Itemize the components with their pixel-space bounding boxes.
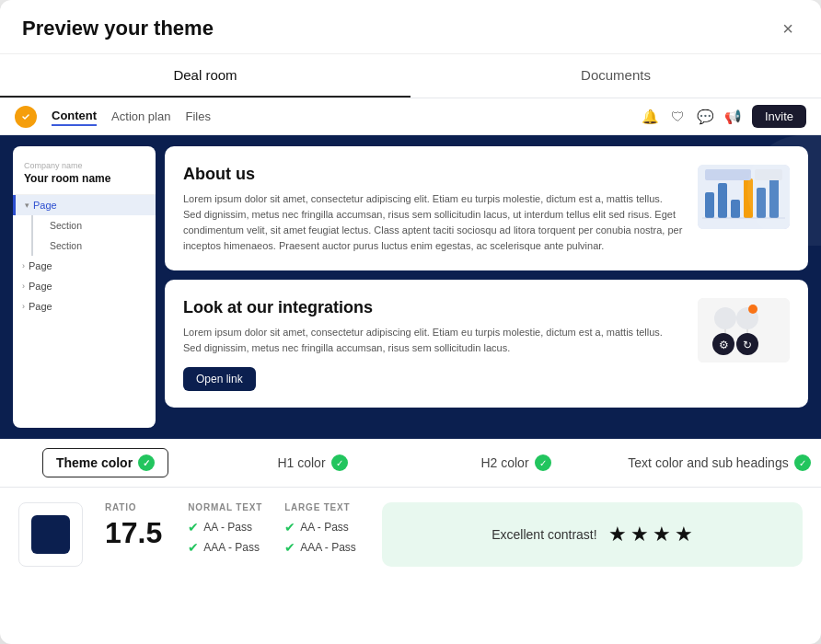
modal: Preview your theme × Deal room Documents… <box>0 0 821 644</box>
large-aaa-check: ✔ AAA - Pass <box>284 540 356 555</box>
megaphone-icon[interactable]: 📢 <box>724 108 743 126</box>
swatch-box <box>18 502 83 567</box>
check-icon-1: ✔ <box>188 520 199 535</box>
modal-header: Preview your theme × <box>0 0 821 54</box>
normal-aaa-check: ✔ AAA - Pass <box>188 540 262 555</box>
excellent-label: Excellent contrast! <box>491 527 596 542</box>
h1-color-tab[interactable]: H1 color ✓ <box>211 439 414 487</box>
about-us-card: About us Lorem ipsum dolor sit amet, con… <box>165 146 808 270</box>
ratio-label: RATIO <box>105 502 162 512</box>
close-button[interactable]: × <box>777 17 799 40</box>
svg-text:↻: ↻ <box>743 339 752 351</box>
h2-color-tab[interactable]: H2 color ✓ <box>414 439 618 487</box>
color-swatch <box>18 502 83 567</box>
star-3: ★ <box>653 523 671 546</box>
chevron-right-icon-2: › <box>22 282 25 291</box>
modal-title: Preview your theme <box>22 17 214 40</box>
company-section: Company name Your room name <box>13 155 156 195</box>
normal-text-checks: NORMAL TEXT ✔ AA - Pass ✔ AAA - Pass <box>188 502 262 567</box>
check-icon-3: ✔ <box>284 520 295 535</box>
text-checks: NORMAL TEXT ✔ AA - Pass ✔ AAA - Pass LAR… <box>188 502 356 567</box>
open-link-button[interactable]: Open link <box>183 367 256 391</box>
about-us-title: About us <box>183 165 683 184</box>
integrations-body: Lorem ipsum dolor sit amet, consectetur … <box>183 325 683 356</box>
h1-color-check-icon: ✓ <box>331 454 348 471</box>
inner-tab-content[interactable]: Content <box>52 107 97 126</box>
sidebar-item-page-2[interactable]: › Page <box>13 256 156 276</box>
invite-button[interactable]: Invite <box>752 105 806 128</box>
svg-point-14 <box>748 305 757 314</box>
ratio-block: RATIO 17.5 <box>105 502 162 567</box>
large-aa-check: ✔ AA - Pass <box>284 520 356 535</box>
chevron-down-icon: ▾ <box>25 201 29 210</box>
sidebar-panel: Company name Your room name ▾ Page Secti… <box>13 146 156 428</box>
normal-aa-check: ✔ AA - Pass <box>188 520 262 535</box>
svg-rect-8 <box>705 169 751 180</box>
sidebar-item-page-1[interactable]: ▾ Page <box>13 195 156 215</box>
inner-tab-action-plan[interactable]: Action plan <box>111 108 170 125</box>
integrations-text: Look at our integrations Lorem ipsum dol… <box>183 298 683 391</box>
bell-icon[interactable]: 🔔 <box>642 108 660 126</box>
shield-icon[interactable]: 🛡 <box>669 108 688 126</box>
about-us-text: About us Lorem ipsum dolor sit amet, con… <box>183 165 683 254</box>
chevron-right-icon-3: › <box>22 302 25 311</box>
inner-nav-actions: 🔔 🛡 💬 📢 Invite <box>642 105 806 128</box>
chevron-right-icon: › <box>22 261 25 270</box>
chat-icon[interactable]: 💬 <box>697 108 715 126</box>
text-color-check-icon: ✓ <box>794 454 811 471</box>
integrations-card: Look at our integrations Lorem ipsum dol… <box>165 280 808 408</box>
svg-point-12 <box>714 307 736 329</box>
star-1: ★ <box>608 523 627 546</box>
tab-deal-room[interactable]: Deal room <box>0 54 410 98</box>
integrations-image: ⚙ ↻ <box>698 298 790 362</box>
theme-color-row: Theme color ✓ H1 color ✓ H2 color ✓ Text… <box>0 439 821 488</box>
tab-documents[interactable]: Documents <box>410 54 821 98</box>
h2-color-check-icon: ✓ <box>535 454 551 471</box>
inner-nav: Content Action plan Files 🔔 🛡 💬 📢 Invite <box>0 98 821 135</box>
preview-area: Content Action plan Files 🔔 🛡 💬 📢 Invite… <box>0 98 821 439</box>
svg-text:⚙: ⚙ <box>719 339 729 351</box>
about-us-body: Lorem ipsum dolor sit amet, consectetur … <box>183 191 683 254</box>
star-2: ★ <box>630 523 649 546</box>
svg-rect-2 <box>705 192 714 218</box>
sidebar-item-page-4[interactable]: › Page <box>13 296 156 316</box>
theme-color-check-icon: ✓ <box>138 454 155 471</box>
text-color-tab[interactable]: Text color and sub headings ✓ <box>618 439 821 487</box>
star-4: ★ <box>675 523 693 546</box>
sidebar-item-page-3[interactable]: › Page <box>13 276 156 296</box>
large-text-checks: LARGE TEXT ✔ AA - Pass ✔ AAA - Pass <box>284 502 356 567</box>
company-label: Company name <box>24 161 145 170</box>
svg-rect-3 <box>718 183 727 218</box>
sidebar-item-section-1: Section <box>33 215 156 236</box>
stars: ★ ★ ★ ★ <box>608 523 693 546</box>
theme-color-tab[interactable]: Theme color ✓ <box>42 448 168 477</box>
logo-icon <box>15 106 37 128</box>
contrast-section: RATIO 17.5 NORMAL TEXT ✔ AA - Pass ✔ AAA… <box>0 488 821 581</box>
swatch-color <box>31 515 70 554</box>
room-name: Your room name <box>24 172 145 185</box>
top-tab-bar: Deal room Documents <box>0 54 821 98</box>
large-text-label: LARGE TEXT <box>284 502 356 512</box>
preview-content: Company name Your room name ▾ Page Secti… <box>0 135 821 439</box>
check-icon-4: ✔ <box>284 540 295 555</box>
sidebar-item-section-2: Section <box>33 236 156 256</box>
integrations-title: Look at our integrations <box>183 298 683 317</box>
svg-rect-4 <box>731 200 740 218</box>
ratio-value: 17.5 <box>105 516 162 550</box>
check-icon-2: ✔ <box>188 540 199 555</box>
normal-text-label: NORMAL TEXT <box>188 502 262 512</box>
main-panel: About us Lorem ipsum dolor sit amet, con… <box>156 135 821 439</box>
excellent-panel: Excellent contrast! ★ ★ ★ ★ <box>382 502 803 567</box>
inner-tab-files[interactable]: Files <box>185 108 210 125</box>
